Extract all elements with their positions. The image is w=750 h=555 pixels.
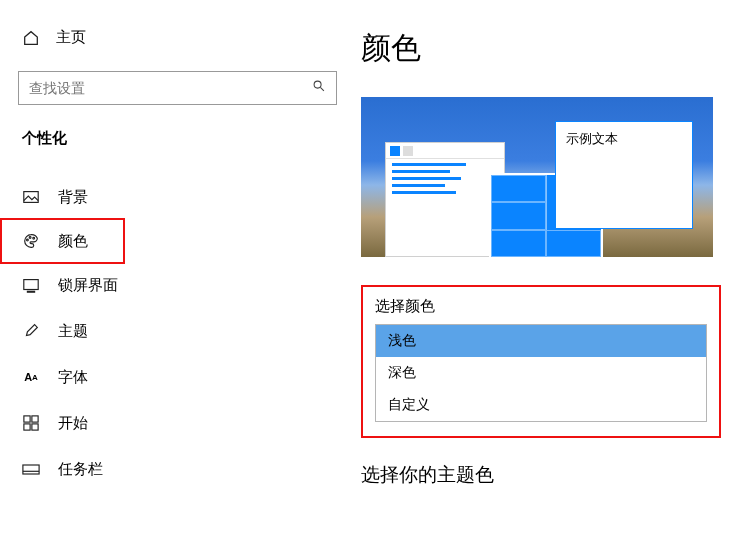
- start-icon: [22, 414, 40, 432]
- home-label: 主页: [56, 28, 86, 47]
- svg-point-0: [314, 81, 321, 88]
- choose-color-section: 选择颜色 浅色 深色 自定义: [361, 285, 721, 438]
- sidebar-item-theme[interactable]: 主题: [0, 308, 355, 354]
- color-option-dark[interactable]: 深色: [376, 357, 706, 389]
- svg-rect-9: [24, 424, 30, 430]
- svg-point-3: [29, 237, 31, 239]
- sidebar-item-label: 主题: [58, 322, 88, 341]
- color-mode-dropdown[interactable]: 浅色 深色 自定义: [375, 324, 707, 422]
- page-title: 颜色: [361, 28, 750, 69]
- svg-rect-11: [23, 465, 39, 474]
- sidebar-item-lockscreen[interactable]: 锁屏界面: [0, 262, 355, 308]
- color-option-custom[interactable]: 自定义: [376, 389, 706, 421]
- sidebar-item-label: 字体: [58, 368, 88, 387]
- taskbar-icon: [22, 460, 40, 478]
- sidebar-item-font[interactable]: AA 字体: [0, 354, 355, 400]
- nav-list: 背景 颜色 锁屏界面: [0, 166, 355, 492]
- choose-color-label: 选择颜色: [375, 297, 707, 316]
- theme-color-heading: 选择你的主题色: [361, 462, 750, 488]
- sidebar-item-taskbar[interactable]: 任务栏: [0, 446, 355, 492]
- preview-sample-window: 示例文本: [555, 121, 693, 229]
- lockscreen-icon: [22, 276, 40, 294]
- sidebar-item-color[interactable]: 颜色: [0, 218, 125, 264]
- svg-point-2: [27, 239, 29, 241]
- search-icon: [312, 79, 326, 97]
- sample-text: 示例文本: [566, 131, 618, 146]
- svg-rect-10: [32, 424, 38, 430]
- main-content: 颜色 Aa 示例文本 选择颜色 浅色 深色 自定义 选择你的主题色: [355, 0, 750, 555]
- sidebar-item-start[interactable]: 开始: [0, 400, 355, 446]
- home-icon: [22, 29, 40, 47]
- svg-rect-8: [32, 416, 38, 422]
- section-header: 个性化: [0, 129, 355, 166]
- sidebar-item-label: 背景: [58, 188, 88, 207]
- image-icon: [22, 188, 40, 206]
- search-input[interactable]: [29, 80, 312, 96]
- preview-window: [385, 142, 505, 257]
- sidebar-item-label: 颜色: [58, 232, 88, 251]
- sidebar: 主页 个性化 背景 颜色: [0, 0, 355, 555]
- color-option-light[interactable]: 浅色: [376, 325, 706, 357]
- search-box[interactable]: [18, 71, 337, 105]
- svg-point-4: [33, 237, 35, 239]
- sidebar-item-label: 任务栏: [58, 460, 103, 479]
- sidebar-item-label: 开始: [58, 414, 88, 433]
- sidebar-item-background[interactable]: 背景: [0, 174, 355, 220]
- svg-rect-7: [24, 416, 30, 422]
- font-icon: AA: [22, 368, 40, 386]
- svg-rect-5: [24, 280, 38, 290]
- svg-rect-1: [24, 192, 38, 203]
- palette-icon: [22, 232, 40, 250]
- color-preview: Aa 示例文本: [361, 97, 713, 257]
- brush-icon: [22, 322, 40, 340]
- svg-rect-6: [27, 291, 34, 292]
- home-link[interactable]: 主页: [0, 28, 355, 47]
- sidebar-item-label: 锁屏界面: [58, 276, 118, 295]
